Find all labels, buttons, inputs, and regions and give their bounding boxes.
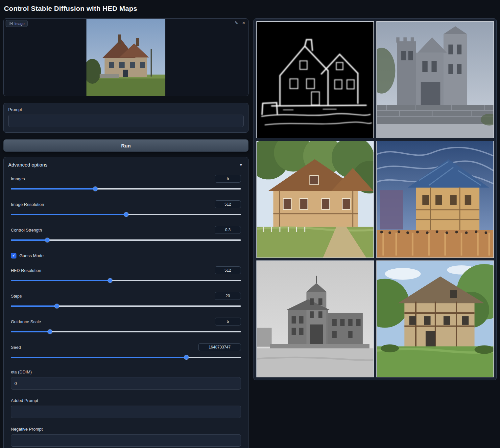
result-gallery [253,18,497,380]
gallery-image-grayscale[interactable] [256,260,374,377]
slider-seed-handle[interactable] [184,355,189,360]
image-label: Image [14,22,25,26]
gallery-image-hed-map[interactable] [256,21,374,138]
eta-group: eta (DDIM) [7,366,245,394]
slider-steps: Steps [7,289,245,312]
check-icon: ✔ [12,254,15,258]
controls-column: Image ✎ ✕ [3,18,249,448]
edit-icon[interactable]: ✎ [235,21,239,25]
slider-guidance-scale: Guidance Scale [7,314,245,338]
slider-seed-label: Seed [11,345,21,350]
negative-prompt-group: Negative Prompt [7,423,245,448]
slider-images-track[interactable] [11,187,241,191]
slider-fill [11,357,186,358]
slider-images-value[interactable] [215,175,241,183]
advanced-options-header[interactable]: Advanced options ▼ [4,157,248,171]
slider-guidance-scale-track[interactable] [11,329,241,334]
gallery-image-stylized[interactable] [376,141,494,258]
gallery-image-painted-house[interactable] [256,141,374,258]
slider-image-resolution-track[interactable] [11,212,241,217]
slider-control-strength-handle[interactable] [45,238,50,242]
slider-images-label: Images [11,176,25,181]
advanced-options-panel: Advanced options ▼ Images [3,157,249,448]
slider-guidance-scale-value[interactable] [215,318,241,325]
slider-images: Images [7,171,245,195]
prompt-block: Prompt [3,103,249,133]
slider-image-resolution-value[interactable] [215,200,241,208]
slider-hed-resolution-handle[interactable] [108,278,112,283]
slider-seed-value[interactable] [198,343,241,351]
slider-control-strength-label: Control Strength [11,228,42,233]
slider-fill [11,280,110,281]
advanced-options-title: Advanced options [8,162,47,168]
gallery-image-house-lawn[interactable] [376,260,494,377]
prompt-input[interactable] [8,115,244,127]
slider-image-resolution-handle[interactable] [124,212,129,217]
chevron-down-icon: ▼ [239,163,243,167]
slider-control-strength-track[interactable] [11,238,241,242]
negative-prompt-label: Negative Prompt [11,427,241,432]
page-title: Control Stable Diffusion with HED Maps [4,5,497,12]
checkbox-checked-box[interactable]: ✔ [11,253,16,258]
slider-fill [11,305,57,307]
slider-hed-resolution-value[interactable] [215,266,241,274]
slider-guidance-scale-label: Guidance Scale [11,319,41,324]
close-icon[interactable]: ✕ [242,21,246,25]
uploaded-image[interactable] [86,19,165,96]
slider-hed-resolution-track[interactable] [11,278,241,283]
slider-steps-value[interactable] [215,292,241,300]
slider-steps-track[interactable] [11,304,241,308]
image-upload-area[interactable]: Image ✎ ✕ [3,18,249,96]
slider-control-strength-value[interactable] [215,226,241,234]
slider-seed: Seed [7,340,245,364]
slider-image-resolution: Image Resolution [7,197,245,221]
image-icon [9,21,13,26]
prompt-label: Prompt [8,107,244,112]
page: Control Stable Diffusion with HED Maps I… [0,0,500,448]
eta-input[interactable] [11,377,241,390]
slider-fill [11,239,47,241]
slider-hed-resolution: HED Resolution [7,263,245,287]
slider-fill [11,331,50,332]
added-prompt-input[interactable] [11,406,241,418]
slider-fill [11,188,95,190]
slider-guidance-scale-handle[interactable] [48,329,52,334]
slider-seed-track[interactable] [11,355,241,360]
added-prompt-label: Added Prompt [11,398,241,403]
negative-prompt-input[interactable] [11,434,241,447]
guess-mode-checkbox[interactable]: ✔ Guess Mode [7,248,245,263]
slider-control-strength: Control Strength [7,223,245,246]
eta-label: eta (DDIM) [11,370,241,374]
slider-hed-resolution-label: HED Resolution [11,268,41,273]
run-button[interactable]: Run [3,139,249,152]
slider-image-resolution-label: Image Resolution [11,202,44,207]
slider-steps-handle[interactable] [55,304,59,308]
results-column [253,18,497,380]
slider-fill [11,214,126,215]
image-label-badge: Image [6,20,28,27]
guess-mode-label: Guess Mode [19,253,44,258]
gallery-image-castle[interactable] [376,21,494,138]
slider-steps-label: Steps [11,294,22,299]
slider-images-handle[interactable] [93,187,98,191]
added-prompt-group: Added Prompt [7,394,245,423]
